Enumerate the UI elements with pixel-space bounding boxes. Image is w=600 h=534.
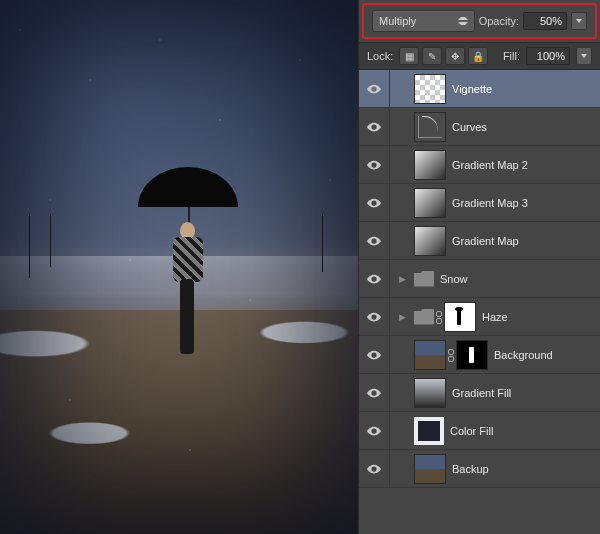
opacity-flyout[interactable] [571,12,587,30]
layer-name[interactable]: Gradient Map [452,235,596,247]
layer-thumb[interactable] [414,112,446,142]
thumb-group [414,112,446,142]
lock-all-icon[interactable]: 🔒 [468,47,488,65]
lock-row: Lock: ▦ ✎ ✥ 🔒 Fill: 100% [359,42,600,70]
folder-icon [414,309,434,325]
visibility-toggle[interactable] [359,108,390,145]
layer-thumb[interactable] [414,378,446,408]
visibility-toggle[interactable] [359,412,390,449]
visibility-toggle[interactable] [359,70,390,107]
fill-field[interactable]: 100% [526,47,570,65]
layer-name[interactable]: Color Fill [450,425,596,437]
layer-row[interactable]: ▶Snow [359,260,600,298]
layer-thumb[interactable] [414,417,444,445]
thumb-group [414,302,476,332]
layer-name[interactable]: Snow [440,273,596,285]
layer-name[interactable]: Haze [482,311,596,323]
blend-mode-select[interactable]: Multiply [372,10,475,32]
layer-row[interactable]: Curves [359,108,600,146]
thumb-group [414,188,446,218]
thumb-group [414,340,488,370]
disclosure-icon[interactable]: ▶ [396,312,408,322]
layer-mask-thumb[interactable] [456,340,488,370]
disclosure-icon[interactable]: ▶ [396,274,408,284]
lock-transparency-icon[interactable]: ▦ [399,47,419,65]
layer-name[interactable]: Vignette [452,83,596,95]
blend-opacity-row: Multiply Opacity: 50% [362,3,597,39]
layer-thumb[interactable] [414,74,446,104]
layer-thumb[interactable] [414,340,446,370]
blend-mode-value: Multiply [379,15,416,27]
lock-position-icon[interactable]: ✥ [445,47,465,65]
thumb-group [414,417,444,445]
layer-thumb[interactable] [414,150,446,180]
fill-label: Fill: [503,50,520,62]
layer-row[interactable]: Color Fill [359,412,600,450]
thumb-group [414,150,446,180]
layer-name[interactable]: Background [494,349,596,361]
layer-mask-thumb[interactable] [444,302,476,332]
thumb-group [414,271,434,287]
layer-row[interactable]: Vignette [359,70,600,108]
visibility-toggle[interactable] [359,146,390,183]
fill-flyout[interactable] [576,47,592,65]
visibility-toggle[interactable] [359,374,390,411]
folder-icon [414,271,434,287]
thumb-group [414,226,446,256]
layer-name[interactable]: Gradient Map 2 [452,159,596,171]
stepper-icon [458,14,468,28]
thumb-group [414,74,446,104]
layer-name[interactable]: Curves [452,121,596,133]
lock-label: Lock: [367,50,393,62]
layer-name[interactable]: Gradient Map 3 [452,197,596,209]
layer-thumb[interactable] [414,454,446,484]
layer-thumb[interactable] [414,188,446,218]
thumb-group [414,454,446,484]
layer-row[interactable]: Gradient Map 2 [359,146,600,184]
layer-row[interactable]: Backup [359,450,600,488]
link-icon [448,349,454,361]
visibility-toggle[interactable] [359,222,390,259]
visibility-toggle[interactable] [359,336,390,373]
layer-row[interactable]: Gradient Map [359,222,600,260]
visibility-toggle[interactable] [359,298,390,335]
layer-thumb[interactable] [414,226,446,256]
visibility-toggle[interactable] [359,184,390,221]
layer-row[interactable]: Background [359,336,600,374]
lock-paint-icon[interactable]: ✎ [422,47,442,65]
layer-name[interactable]: Gradient Fill [452,387,596,399]
opacity-field[interactable]: 50% [523,12,567,30]
layers-list: VignetteCurvesGradient Map 2Gradient Map… [359,70,600,534]
layer-row[interactable]: ▶Haze [359,298,600,336]
thumb-group [414,378,446,408]
vignette-overlay [0,0,358,534]
link-icon [436,311,442,323]
lock-icons: ▦ ✎ ✥ 🔒 [399,47,488,65]
visibility-toggle[interactable] [359,450,390,487]
layers-panel: Multiply Opacity: 50% Lock: ▦ ✎ ✥ 🔒 Fill… [358,0,600,534]
visibility-toggle[interactable] [359,260,390,297]
layer-name[interactable]: Backup [452,463,596,475]
document-canvas[interactable] [0,0,358,534]
layer-row[interactable]: Gradient Fill [359,374,600,412]
opacity-label: Opacity: [479,15,519,27]
layer-row[interactable]: Gradient Map 3 [359,184,600,222]
